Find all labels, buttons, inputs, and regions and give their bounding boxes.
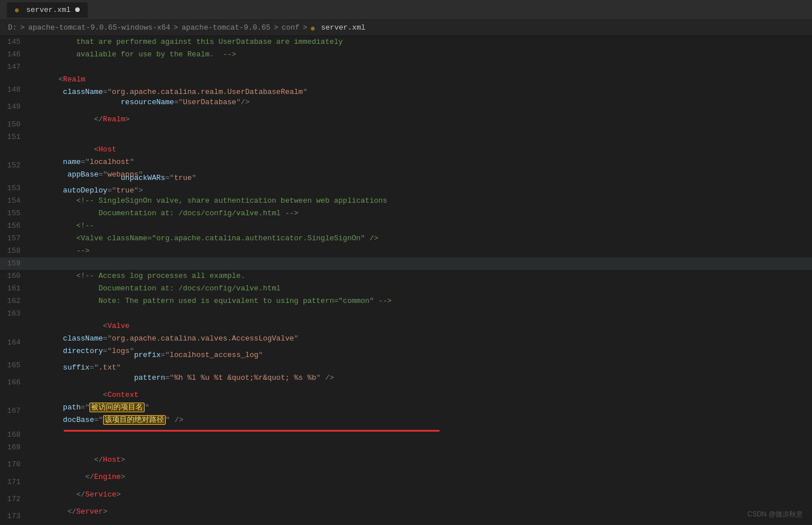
watermark: CSDN @微凉秋意 xyxy=(747,510,803,519)
code-line-active: 159 xyxy=(0,257,812,270)
code-line: 157 <Valve className="org.apache.catalin… xyxy=(0,232,812,245)
code-line: 149 </Realm> xyxy=(0,101,812,118)
code-line: 173 xyxy=(0,510,812,523)
code-line: 161 Documentation at: /docs/config/valve… xyxy=(0,282,812,295)
code-line: 148 resourceName="UserDatabase"/> xyxy=(0,84,812,101)
title-bar: server.xml xyxy=(0,0,812,20)
code-line: 169 </Host> xyxy=(0,441,812,458)
code-line-context: 166 <Context path="被访问的项目名" docBase="该项目… xyxy=(0,376,812,405)
code-line: 165 pattern="%h %l %u %t &quot;%r&quot; … xyxy=(0,359,812,376)
code-line: 162 Note: The pattern used is equivalent… xyxy=(0,295,812,307)
modified-indicator xyxy=(75,7,80,12)
tab-label: server.xml xyxy=(26,6,71,14)
code-line: 164 prefix="localhost_access_log" suffix… xyxy=(0,337,812,359)
code-line: 151 <Host name="localhost" appBase="weba… xyxy=(0,131,812,159)
breadcrumb-file-icon xyxy=(311,24,318,31)
code-line: 170 </Engine> xyxy=(0,458,812,475)
code-line: 172 </Server> xyxy=(0,493,812,510)
code-line: 168 xyxy=(0,429,812,441)
breadcrumb: D: > apache-tomcat-9.0.65-windows-x64 > … xyxy=(0,20,812,36)
code-line: 146 available for use by the Realm. --> xyxy=(0,48,812,61)
code-line: 158 --> xyxy=(0,245,812,257)
file-tab[interactable]: server.xml xyxy=(7,2,88,18)
code-line: 153 xyxy=(0,182,812,195)
code-line: 160 <!-- Access log processes all exampl… xyxy=(0,270,812,282)
code-line: 145 that are performed against this User… xyxy=(0,36,812,48)
code-editor[interactable]: 145 that are performed against this User… xyxy=(0,36,812,523)
code-line: 155 Documentation at: /docs/config/valve… xyxy=(0,207,812,220)
code-line: 154 <!-- SingleSignOn valve, share authe… xyxy=(0,195,812,207)
code-line: 152 unpackWARs="true" autoDeploy="true"> xyxy=(0,159,812,182)
code-line: 163 <Valve className="org.apache.catalin… xyxy=(0,307,812,336)
code-line: 150 xyxy=(0,118,812,131)
breadcrumb-filename: server.xml xyxy=(321,23,366,32)
code-line: 147 <Realm className="org.apache.catalin… xyxy=(0,61,812,84)
code-line: 156 <!-- xyxy=(0,220,812,232)
code-line-redline: 167 xyxy=(0,405,812,429)
code-line: 171 </Service> xyxy=(0,476,812,493)
xml-file-icon xyxy=(15,6,22,13)
